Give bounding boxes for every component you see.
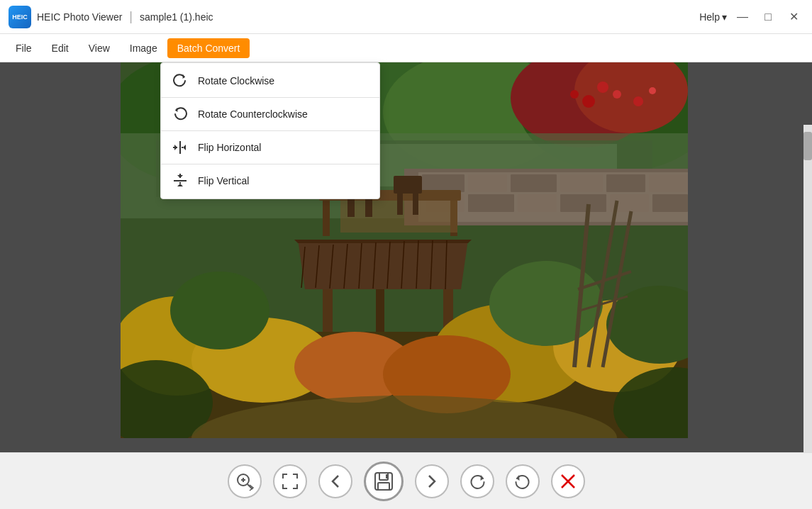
title-separator: | xyxy=(129,9,133,24)
minimize-button[interactable]: — xyxy=(733,7,752,27)
fit-button[interactable] xyxy=(273,464,307,498)
rotate-clockwise-item[interactable]: Rotate Clockwise xyxy=(161,66,379,96)
main-image-area xyxy=(0,62,812,452)
title-bar: HEIC HEIC Photo Viewer | sample1 (1).hei… xyxy=(0,0,812,34)
save-button[interactable] xyxy=(364,462,404,501)
close-button[interactable]: ✕ xyxy=(784,7,803,27)
flip-vertical-item[interactable]: Flip Vertical xyxy=(161,166,379,196)
menu-bar: File Edit View Image Batch Convert Rotat… xyxy=(0,34,812,62)
help-button[interactable]: Help ▾ xyxy=(699,11,727,23)
rotate-counterclockwise-item[interactable]: Rotate Counterclockwise xyxy=(161,99,379,129)
next-button[interactable] xyxy=(415,464,449,498)
zoom-button[interactable] xyxy=(228,464,262,498)
flip-h-icon xyxy=(172,140,188,155)
rotate-ccw-icon xyxy=(172,106,188,122)
delete-button[interactable] xyxy=(551,464,585,498)
menu-view[interactable]: View xyxy=(79,38,120,58)
menu-edit[interactable]: Edit xyxy=(42,38,79,58)
rotate-ccw-label: Rotate Counterclockwise xyxy=(198,108,308,120)
flip-v-icon xyxy=(172,173,188,189)
rotate-ccw-toolbar-button[interactable] xyxy=(506,464,540,498)
right-scrollbar[interactable] xyxy=(803,125,812,452)
menu-file[interactable]: File xyxy=(6,38,42,58)
divider-2 xyxy=(161,130,379,131)
scrollbar-thumb[interactable] xyxy=(803,132,812,160)
window-controls: Help ▾ — □ ✕ xyxy=(699,7,803,27)
maximize-button[interactable]: □ xyxy=(758,7,778,27)
menu-batch-convert[interactable]: Batch Convert xyxy=(167,38,250,58)
rotate-cw-toolbar-button[interactable] xyxy=(460,464,494,498)
prev-button[interactable] xyxy=(318,464,352,498)
help-label: Help xyxy=(699,11,720,23)
svg-rect-92 xyxy=(378,483,389,490)
divider-1 xyxy=(161,97,379,98)
rotate-cw-label: Rotate Clockwise xyxy=(198,75,274,86)
flip-h-label: Flip Horizontal xyxy=(198,142,261,153)
app-logo: HEIC xyxy=(9,6,31,28)
flip-horizontal-item[interactable]: Flip Horizontal xyxy=(161,133,379,162)
divider-3 xyxy=(161,164,379,164)
title-filename: sample1 (1).heic xyxy=(140,11,213,23)
bottom-toolbar xyxy=(0,452,812,509)
app-name: HEIC Photo Viewer xyxy=(37,11,122,23)
image-dropdown-menu: Rotate Clockwise Rotate Counterclockwise xyxy=(160,62,380,199)
help-arrow: ▾ xyxy=(722,11,727,23)
rotate-cw-icon xyxy=(172,73,188,89)
menu-image[interactable]: Image xyxy=(120,38,167,58)
flip-v-label: Flip Vertical xyxy=(198,175,249,186)
app-logo-text: HEIC xyxy=(12,13,28,21)
